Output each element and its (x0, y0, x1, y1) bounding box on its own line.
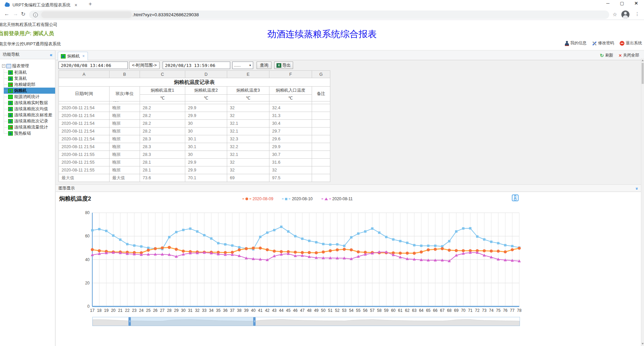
address-bar[interactable]: i .html?xyz=0.8339242686229038 (29, 10, 609, 19)
browser-tab[interactable]: URPT免编程工业通用报表系统 × (3, 1, 79, 9)
browser-tab-title: URPT免编程工业通用报表系统 (13, 2, 71, 8)
scroll-down-icon[interactable] (642, 343, 644, 345)
graph-bar-label: 图形显示 (58, 185, 75, 191)
window-maximize-button[interactable]: ▢ (615, 1, 629, 6)
export-button[interactable]: X导出 (274, 62, 293, 69)
table-cell: 最大值 (59, 174, 110, 182)
save-image-icon[interactable] (511, 194, 519, 202)
sidebar-item-5[interactable]: R连续蒸粮实时数据 (4, 100, 55, 106)
svg-text:38: 38 (237, 308, 242, 313)
browser-menu-icon[interactable]: ⋮ (635, 11, 640, 17)
change-password-link[interactable]: 修改密码 (592, 40, 614, 46)
tree-expander-icon[interactable]: − (2, 64, 5, 68)
sidebar-item-3[interactable]: B焖粮机 (4, 88, 55, 94)
tab-menliangji[interactable]: B 焖粮机 × (58, 52, 88, 61)
tools-icon (592, 41, 597, 46)
sidebar-item-1[interactable]: B复蒸机 (4, 75, 55, 82)
content-scrollbar[interactable] (641, 58, 644, 346)
sidebar-collapse-icon[interactable]: « (50, 52, 52, 57)
refresh-button[interactable]: ↻刷新 (600, 52, 614, 58)
profile-avatar[interactable] (621, 10, 629, 19)
end-time-input[interactable] (163, 62, 230, 69)
table-cell (312, 120, 330, 128)
sidebar-item-label: 连续蒸粮实时数据 (14, 100, 48, 106)
svg-text:75: 75 (496, 308, 501, 313)
legend-item-0810[interactable]: 2020-08-10 (282, 197, 312, 201)
start-time-input[interactable] (58, 62, 128, 69)
table-row: 2020-08-11 21:54晚班28.229.93232.4 (59, 104, 330, 112)
tree-root-report-mgmt[interactable]: − 报表管理 (2, 63, 55, 69)
table-row: 2020-08-11 21:54晚班28.23032.130.4 (59, 120, 330, 128)
svg-text:34: 34 (209, 308, 214, 313)
svg-text:54: 54 (349, 308, 354, 313)
svg-text:80: 80 (85, 210, 90, 215)
time-range-button[interactable]: <-时间范围-> (129, 62, 160, 69)
logout-link[interactable]: 退出系统 (620, 40, 642, 46)
window-close-button[interactable]: × (629, 0, 643, 7)
table-cell (312, 104, 330, 112)
legend-item-0811[interactable]: 2020-08-11 (321, 197, 353, 201)
table-cell: 30 (185, 120, 227, 128)
svg-text:23: 23 (132, 308, 137, 313)
window-minimize-button[interactable]: ─ (601, 1, 615, 6)
scroll-up-icon[interactable] (642, 60, 644, 61)
sidebar-item-7[interactable]: B连续蒸粮批次标准差 (4, 112, 55, 118)
datazoom-window[interactable] (129, 317, 254, 326)
svg-text:32: 32 (195, 308, 200, 313)
sidebar-item-9[interactable]: 连续蒸粮流量统计 (4, 124, 55, 130)
sidebar-item-6[interactable]: B连续蒸粮批次均值 (4, 106, 55, 112)
table-cell: 70.1 (185, 174, 227, 182)
sidebar-item-4[interactable]: 能源消耗统计 (4, 94, 55, 100)
reload-icon[interactable]: ↻ (21, 11, 25, 17)
collapse-chevron-icon[interactable]: » (635, 187, 640, 189)
new-tab-button[interactable]: + (89, 1, 92, 7)
table-cell (312, 159, 330, 166)
tab-label: 焖粮机 (67, 53, 80, 59)
tree-root-label: 报表管理 (12, 63, 29, 69)
scrollbar-thumb[interactable] (642, 63, 644, 84)
close-all-button[interactable]: ×关闭全部 (619, 52, 639, 58)
svg-text:62: 62 (405, 308, 410, 313)
page-info-icon[interactable]: i (33, 13, 38, 17)
back-icon[interactable]: ← (4, 11, 9, 17)
sidebar-item-2[interactable]: 泡粮罐前部 (4, 82, 55, 88)
sidebar-item-label: 焖粮机 (14, 88, 27, 94)
legend-item-0809[interactable]: 2020-08-09 (242, 197, 273, 201)
svg-text:28: 28 (167, 308, 172, 313)
svg-text:53: 53 (342, 308, 347, 313)
svg-text:76: 76 (503, 308, 508, 313)
svg-text:35: 35 (216, 308, 221, 313)
forward-icon[interactable]: → (13, 11, 18, 17)
table-cell: 32.1 (227, 120, 269, 128)
interval-select[interactable]: ......▼ (232, 62, 253, 69)
table-cell: 晚班 (110, 143, 140, 151)
svg-text:74: 74 (489, 308, 494, 313)
column-letters-row: AB CD EF G (59, 71, 330, 78)
circle-marker-icon (245, 198, 248, 200)
svg-text:45: 45 (286, 308, 291, 313)
nav-tree: − 报表管理 B初蒸机B复蒸机泡粮罐前部B焖粮机能源消耗统计R连续蒸粮实时数据B… (0, 59, 55, 136)
table-cell: 2020-08-11 21:54 (59, 104, 110, 112)
table-cell: 32 (227, 166, 269, 174)
my-info-link[interactable]: 我的信息 (565, 40, 587, 46)
bookmark-star-icon[interactable]: ☆ (613, 11, 617, 18)
tab-close-icon[interactable]: × (82, 54, 85, 59)
svg-text:50: 50 (321, 308, 326, 313)
tree-node-icon: B (8, 107, 13, 111)
tab-close-icon[interactable]: × (75, 2, 77, 8)
sidebar-item-10[interactable]: B预热板链 (4, 130, 55, 136)
datazoom-right-handle[interactable] (253, 317, 256, 326)
svg-text:51: 51 (328, 308, 333, 313)
query-button[interactable]: 查询 (257, 62, 271, 69)
table-cell: 2020-08-11 21:54 (59, 143, 110, 151)
graph-section-bar[interactable]: 图形显示 » (56, 184, 644, 192)
svg-text:77: 77 (510, 308, 515, 313)
sidebar-item-8[interactable]: B连续蒸粮批次记录 (4, 118, 55, 124)
svg-text:56: 56 (363, 308, 368, 313)
datazoom-slider[interactable] (92, 317, 520, 326)
datazoom-left-handle[interactable] (128, 317, 131, 326)
table-cell (312, 128, 330, 135)
sidebar-item-label: 初蒸机 (14, 70, 27, 75)
sidebar-item-0[interactable]: B初蒸机 (4, 69, 55, 75)
url-text: .html?xyz=0.8339242686229038 (133, 12, 199, 17)
